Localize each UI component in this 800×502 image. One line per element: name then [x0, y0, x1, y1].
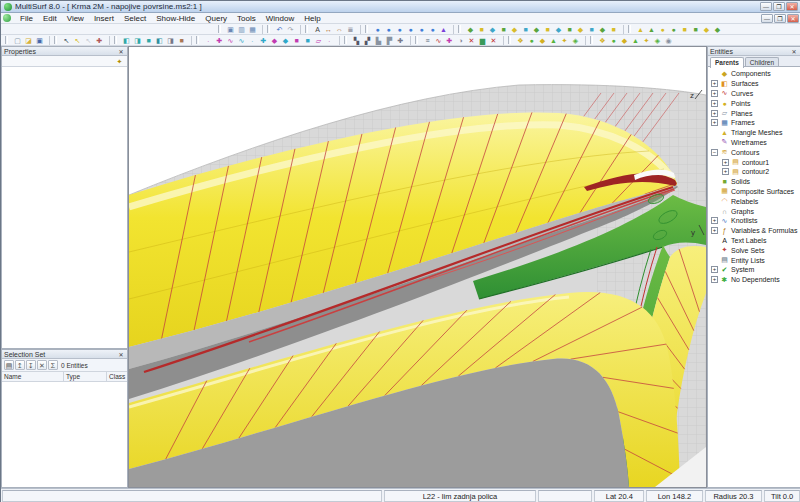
view-back-icon[interactable]: ● — [383, 24, 394, 34]
mesh-tool-icon[interactable]: ■ — [690, 24, 701, 34]
surface-tool-icon[interactable]: ◆ — [553, 24, 564, 34]
mesh-tool-icon[interactable]: ◆ — [701, 24, 712, 34]
menu-tools[interactable]: Tools — [232, 13, 261, 24]
mesh-tool-icon[interactable]: ▲ — [635, 24, 646, 34]
measure-offset-icon[interactable]: ⇔ — [334, 24, 345, 34]
surface-tool-icon[interactable]: ◆ — [531, 24, 542, 34]
create-solid-icon[interactable]: ■ — [302, 35, 313, 45]
create-frame-icon[interactable]: ∙ — [324, 35, 335, 45]
create-point-icon[interactable]: ✚ — [214, 35, 225, 45]
tree-item-triangle-meshes[interactable]: ▲Triangle Meshes — [708, 128, 800, 138]
tree-item-contours[interactable]: −≋Contours — [708, 147, 800, 157]
create-point-icon[interactable]: ∙ — [203, 35, 214, 45]
selset-move-up-icon[interactable]: ↥ — [15, 360, 25, 370]
surface-tool-icon[interactable]: ◆ — [509, 24, 520, 34]
tree-item-composite-surfaces[interactable]: ▦Composite Surfaces — [708, 187, 800, 197]
selection-set-body[interactable] — [2, 382, 127, 487]
create-curve-icon[interactable]: ∿ — [236, 35, 247, 45]
check-curve-icon[interactable]: ∿ — [433, 35, 444, 45]
blank-entity-icon[interactable]: ◨ — [165, 35, 176, 45]
selset-sum-icon[interactable]: Σ — [48, 360, 58, 370]
surface-tool-icon[interactable]: ■ — [564, 24, 575, 34]
expand-plus-icon[interactable]: + — [711, 110, 718, 117]
tree-item-entity-lists[interactable]: ▤Entity Lists — [708, 255, 800, 265]
expand-plus-icon[interactable]: + — [711, 90, 718, 97]
mesh-tool-icon[interactable]: ● — [668, 24, 679, 34]
properties-close-icon[interactable]: ✕ — [117, 48, 125, 55]
column-class[interactable]: Class — [107, 372, 127, 381]
snap-curve-icon[interactable]: ● — [608, 35, 619, 45]
check-surface-icon[interactable]: ✚ — [444, 35, 455, 45]
show-all-icon[interactable]: ■ — [143, 35, 154, 45]
expand-plus-icon[interactable]: + — [711, 100, 718, 107]
unblank-entity-icon[interactable]: ■ — [176, 35, 187, 45]
expand-plus-icon[interactable]: + — [722, 159, 729, 166]
tree-item-variables-formulas[interactable]: +ƒVariables & Formulas — [708, 226, 800, 236]
tree-item-system[interactable]: +✔System — [708, 265, 800, 275]
restore-button[interactable]: ❐ — [773, 2, 785, 11]
redo-icon[interactable]: ↷ — [285, 24, 296, 34]
expand-plus-icon[interactable]: + — [722, 168, 729, 175]
tree-item-graphs[interactable]: ∩Graphs — [708, 206, 800, 216]
menu-view[interactable]: View — [62, 13, 89, 24]
tree-item-solids[interactable]: ■Solids — [708, 177, 800, 187]
surface-tool-icon[interactable]: ◆ — [487, 24, 498, 34]
tree-item-surfaces[interactable]: +◧Surfaces — [708, 79, 800, 89]
tree-item-no-dependents[interactable]: +✱No Dependents — [708, 275, 800, 285]
selset-list-icon[interactable]: ▤ — [4, 360, 14, 370]
create-surface-icon[interactable]: ◆ — [269, 35, 280, 45]
solid-check-icon[interactable]: ▆ — [477, 35, 488, 45]
menu-help[interactable]: Help — [299, 13, 325, 24]
surface-tool-icon[interactable]: ■ — [608, 24, 619, 34]
snap-point-icon[interactable]: ❖ — [515, 35, 526, 45]
mesh-tool-icon[interactable]: ◆ — [712, 24, 723, 34]
surface-tool-icon[interactable]: ■ — [542, 24, 553, 34]
expand-plus-icon[interactable]: + — [711, 119, 718, 126]
create-surface-icon[interactable]: ✚ — [258, 35, 269, 45]
column-type[interactable]: Type — [64, 372, 107, 381]
view-front-icon[interactable]: ● — [372, 24, 383, 34]
tree-item-planes[interactable]: +▱Planes — [708, 108, 800, 118]
edit-all-icon[interactable]: ✚ — [395, 35, 406, 45]
create-solid-icon[interactable]: ■ — [291, 35, 302, 45]
select-all-icon[interactable]: ✚ — [94, 35, 105, 45]
tree-item-text-labels[interactable]: AText Labels — [708, 236, 800, 246]
tree-item-knotlists[interactable]: +∿Knotlists — [708, 216, 800, 226]
properties-body[interactable] — [2, 67, 127, 347]
tree-item-points[interactable]: +●Points — [708, 98, 800, 108]
report-list-icon[interactable]: ≣ — [345, 24, 356, 34]
viewport-3d-scene[interactable]: z y — [129, 47, 706, 487]
tab-children[interactable]: Children — [745, 57, 779, 66]
edit-curve-icon[interactable]: ▛ — [384, 35, 395, 45]
create-surface-icon[interactable]: ◆ — [280, 35, 291, 45]
create-plane-icon[interactable]: ▱ — [313, 35, 324, 45]
tree-item-wireframes[interactable]: ✎Wireframes — [708, 138, 800, 148]
new-file-icon[interactable]: ▢ — [12, 35, 23, 45]
tree-item-curves[interactable]: +∿Curves — [708, 89, 800, 99]
text-label-icon[interactable]: A — [312, 24, 323, 34]
tile-windows-icon[interactable]: ▥ — [236, 24, 247, 34]
create-curve-icon[interactable]: ∙ — [247, 35, 258, 45]
data-table-icon[interactable]: ▦ — [247, 24, 258, 34]
tree-item-components[interactable]: ◆Components — [708, 69, 800, 79]
list-entities-icon[interactable]: ≡ — [422, 35, 433, 45]
snap-curve-icon[interactable]: ● — [526, 35, 537, 45]
view-perspective-icon[interactable]: ▲ — [438, 24, 449, 34]
tree-item-contour2[interactable]: +▤contour2 — [708, 167, 800, 177]
tab-parents[interactable]: Parents — [710, 57, 744, 68]
tree-item-solve-sets[interactable]: ✦Solve Sets — [708, 245, 800, 255]
menu-query[interactable]: Query — [200, 13, 232, 24]
mdi-restore-button[interactable]: ❐ — [774, 14, 786, 23]
snap-toggle-icon[interactable]: ◉ — [663, 35, 674, 45]
select-arrow-icon[interactable]: ↖ — [61, 35, 72, 45]
menu-edit[interactable]: Edit — [38, 13, 62, 24]
snap-mid-icon[interactable]: ✦ — [641, 35, 652, 45]
error-icon[interactable]: ✕ — [488, 35, 499, 45]
delete-icon[interactable]: ✕ — [466, 35, 477, 45]
menu-insert[interactable]: Insert — [89, 13, 119, 24]
mdi-minimize-button[interactable]: — — [761, 14, 773, 23]
snap-surface-icon[interactable]: ◆ — [537, 35, 548, 45]
surface-tool-icon[interactable]: ■ — [586, 24, 597, 34]
minimize-button[interactable]: — — [760, 2, 772, 11]
menu-show-hide[interactable]: Show-Hide — [151, 13, 200, 24]
